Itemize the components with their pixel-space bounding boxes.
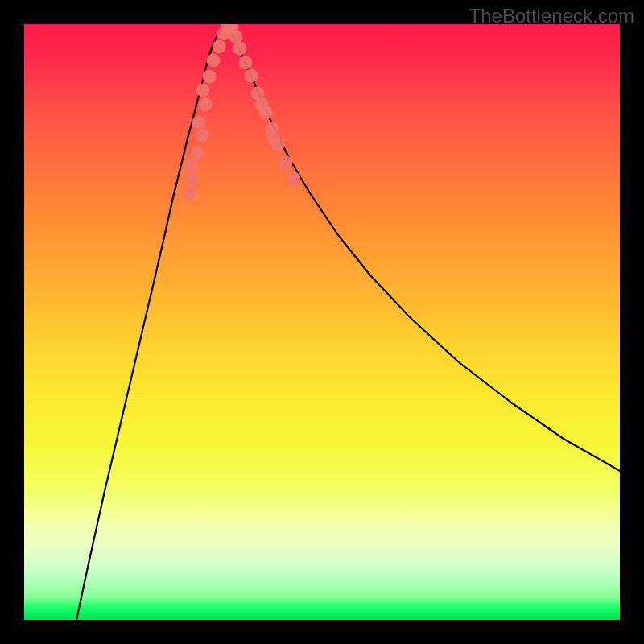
- data-point: [199, 98, 213, 112]
- data-point: [287, 172, 301, 186]
- data-point: [245, 69, 258, 83]
- data-point: [196, 84, 210, 97]
- curve-right-branch: [225, 26, 620, 471]
- data-point: [192, 116, 206, 130]
- data-point: [191, 147, 204, 160]
- data-point: [184, 159, 198, 172]
- data-point: [279, 156, 293, 170]
- data-point: [207, 54, 221, 68]
- data-point: [255, 98, 269, 112]
- curve-layer: [24, 24, 620, 620]
- data-point: [239, 56, 253, 70]
- data-point: [233, 42, 247, 56]
- curve-left-branch: [76, 26, 225, 620]
- data-point: [196, 129, 209, 142]
- data-point: [203, 70, 217, 84]
- plot-area: [24, 24, 620, 620]
- data-point: [183, 187, 196, 200]
- data-point: [267, 132, 281, 146]
- chart-frame: TheBottleneck.com: [0, 0, 644, 644]
- data-point: [213, 40, 226, 54]
- data-point: [185, 172, 199, 186]
